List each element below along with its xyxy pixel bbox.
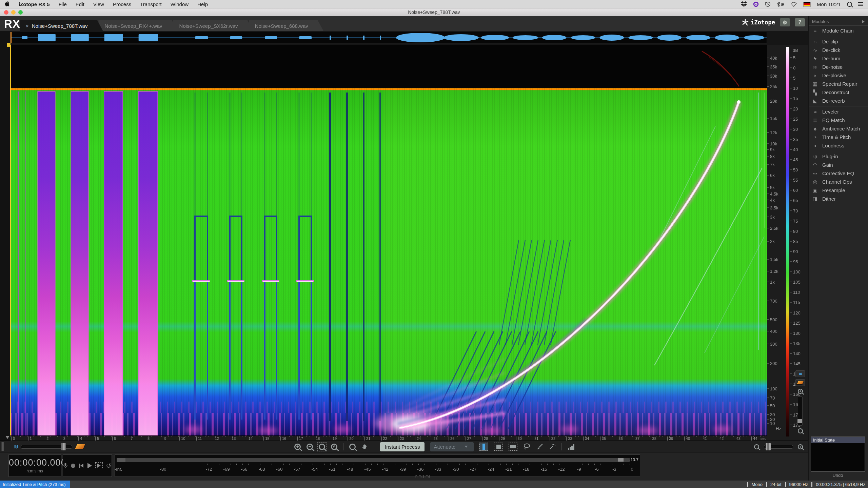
frequency-selection-tool[interactable]	[509, 443, 517, 451]
german-flag-icon[interactable]	[803, 2, 811, 7]
fit-zoom-button[interactable]: ⇄	[331, 444, 337, 450]
go-to-start-button[interactable]	[79, 463, 84, 468]
module-ambience-match[interactable]: ♠Ambience Match	[809, 124, 868, 133]
meter-label: -24	[488, 467, 494, 472]
zoom-tool-button[interactable]	[349, 444, 356, 450]
history-item[interactable]: Initial State	[811, 437, 865, 443]
freq-tick: 25k	[767, 84, 777, 89]
modules-header[interactable]: Modules	[809, 16, 868, 26]
record-button[interactable]	[71, 464, 75, 468]
meter-label: -69	[223, 467, 230, 472]
amplitude-levels-icon[interactable]	[568, 443, 575, 450]
tab[interactable]: Noise+Sweep_SX62r.wav	[173, 20, 254, 32]
menu-view[interactable]: View	[93, 1, 104, 7]
spotlight-icon[interactable]	[847, 2, 852, 7]
vertical-zoom-scrollbar[interactable]	[798, 396, 803, 426]
attenuate-dropdown[interactable]: Attenuate	[430, 442, 474, 451]
menu-process[interactable]: Process	[113, 1, 131, 7]
horizontal-zoom-handle[interactable]	[766, 443, 771, 450]
dropbox-icon[interactable]	[741, 1, 747, 7]
bluetooth-battery-icon[interactable]	[777, 1, 784, 7]
ruler-label: 6	[112, 436, 116, 441]
notification-list-icon[interactable]	[858, 2, 863, 6]
instant-process-button[interactable]: Instant Process	[380, 442, 425, 451]
freq-tick: 40k	[767, 56, 777, 61]
module-label: Ambience Match	[822, 126, 860, 131]
horizontal-zoom-out-icon[interactable]: −	[754, 444, 759, 449]
time-ruler[interactable]: 0123456789101112131415161718192021222324…	[10, 435, 767, 441]
cursor-position-info: 00:00:21.375 | 6518,9 Hz	[816, 482, 865, 487]
module-de-hum[interactable]: ϟDe-hum	[809, 54, 868, 63]
toolbar-grip[interactable]	[1, 442, 4, 451]
module-leveler[interactable]: ≈Leveler	[809, 107, 868, 116]
plug-in-icon: ψ	[811, 154, 819, 159]
record-monitor-mic-icon[interactable]	[63, 463, 67, 469]
zoom-out-button[interactable]: −	[307, 444, 313, 450]
module-deconstruct[interactable]: ▚Deconstruct	[809, 88, 868, 97]
module-time-pitch[interactable]: ◔Time & Pitch	[809, 133, 868, 141]
module-de-plosive[interactable]: ◗De-plosive	[809, 71, 868, 80]
spectrogram-view-toggle[interactable]	[795, 379, 805, 386]
ruler-label: 42	[718, 436, 724, 441]
module-de-clip[interactable]: ∩De-clip	[809, 37, 868, 46]
brush-tool-button[interactable]	[536, 443, 543, 450]
module-de-noise[interactable]: ≋De-noise	[809, 63, 868, 71]
module-module-chain[interactable]: ≡Module Chain	[809, 26, 868, 35]
menu-izotope-rx-5[interactable]: iZotope RX 5	[19, 1, 50, 7]
lasso-tool-button[interactable]	[523, 443, 531, 450]
module-loudness[interactable]: ◖Loudness	[809, 141, 868, 150]
apple-icon[interactable]	[5, 1, 10, 7]
tab[interactable]: Noise+Sweep_RX4+.wav	[98, 20, 178, 32]
module-channel-ops[interactable]: ◎Channel Ops	[809, 178, 868, 186]
menu-clock[interactable]: Mon 10:21	[817, 1, 841, 7]
menu-status-area: Mon 10:21	[741, 1, 863, 7]
hand-tool-button[interactable]	[361, 443, 368, 450]
menu-transport[interactable]: Transport	[140, 1, 162, 7]
zoom-in-button[interactable]: +	[294, 444, 301, 450]
module-dither[interactable]: ◨Dither	[809, 195, 868, 203]
menu-help[interactable]: Help	[197, 1, 208, 7]
time-selection-tool[interactable]	[479, 443, 488, 451]
settings-gear-button[interactable]: ⚙	[780, 18, 790, 26]
tab[interactable]: Noise+Sweep_688.wav	[249, 20, 324, 32]
spectrogram-canvas[interactable]	[10, 45, 767, 435]
waveform-view-toggle[interactable]: ≋	[795, 370, 805, 377]
loop-playback-button[interactable]: ↺	[106, 463, 112, 469]
vertical-zoom-handle[interactable]	[797, 419, 802, 423]
module-eq-match[interactable]: ≣EQ Match	[809, 116, 868, 124]
vertical-zoom-out-icon[interactable]: −	[797, 428, 803, 433]
module-de-click[interactable]: ∿De-click	[809, 46, 868, 54]
ruler-label: 43	[735, 436, 741, 441]
waveform-overview[interactable]	[10, 32, 767, 43]
play-selection-button[interactable]	[95, 462, 103, 469]
module-plug-in[interactable]: ψPlug-in	[809, 152, 868, 161]
freq-tick: 1,2k	[767, 269, 778, 274]
module-resample[interactable]: ▣Resample	[809, 186, 868, 195]
tab-close-icon[interactable]: ×	[26, 23, 29, 29]
module-corrective-eq[interactable]: ∾Corrective EQ	[809, 169, 868, 178]
izotope-circle-icon[interactable]	[753, 1, 759, 7]
module-de-reverb[interactable]: ◣De-reverb	[809, 97, 868, 105]
time-machine-icon[interactable]	[765, 1, 771, 7]
time-frequency-selection-tool[interactable]	[494, 443, 503, 451]
playhead-line[interactable]	[10, 45, 11, 435]
horizontal-zoom-slider[interactable]	[764, 445, 793, 449]
menu-window[interactable]: Window	[171, 1, 189, 7]
horizontal-zoom-in-icon[interactable]: +	[798, 444, 803, 449]
module-gain[interactable]: ◠Gain	[809, 161, 868, 169]
vertical-zoom-in-icon[interactable]: +	[797, 389, 803, 394]
blend-slider-handle[interactable]	[61, 443, 66, 450]
play-button[interactable]	[87, 463, 92, 468]
module-spectral-repair[interactable]: ▦Spectral Repair	[809, 80, 868, 88]
wifi-icon[interactable]	[790, 1, 797, 7]
zoom-selection-button[interactable]	[319, 444, 325, 450]
tab[interactable]: ×Noise+Sweep_788T.wav	[20, 20, 103, 32]
menu-edit[interactable]: Edit	[76, 1, 84, 7]
magic-wand-tool-button[interactable]	[549, 443, 556, 450]
db-tick: 30	[790, 126, 798, 131]
blend-slider[interactable]	[21, 445, 72, 449]
spectral-repair-icon: ▦	[811, 81, 819, 87]
playhead-handle-icon[interactable]	[5, 436, 9, 439]
help-button[interactable]: ?	[795, 18, 805, 26]
menu-file[interactable]: File	[59, 1, 67, 7]
